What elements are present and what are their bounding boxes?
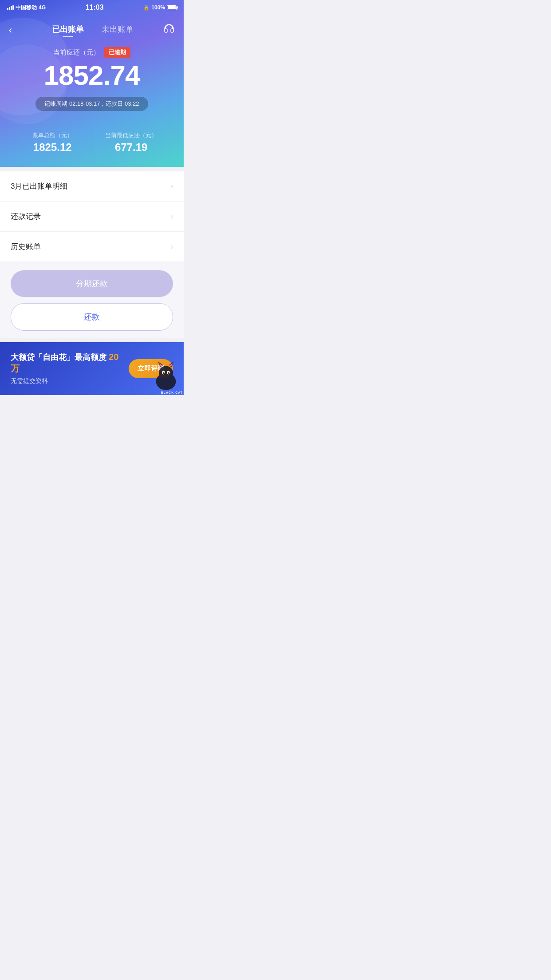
total-bill-label: 账单总额（元）: [13, 131, 92, 139]
banner-main-text: 大额贷「自由花」最高额度 20万: [11, 352, 122, 375]
network-label: 4G: [39, 4, 46, 11]
tab-posted-bills[interactable]: 已出账单: [52, 24, 84, 36]
total-bill-value: 1825.12: [13, 141, 92, 154]
signal-icon: [7, 5, 14, 10]
amount-value: 1852.74: [9, 60, 175, 91]
headset-icon[interactable]: [163, 23, 175, 37]
amount-label: 当前应还（元）: [53, 48, 100, 57]
min-pay-stat: 当前最低应还（元） 677.19: [92, 131, 171, 154]
status-left: 中国移动 4G: [7, 4, 46, 12]
status-bar: 中国移动 4G 11:03 🔒 100%: [0, 0, 184, 13]
banner-text-area: 大额贷「自由花」最高额度 20万 无需提交资料: [11, 352, 122, 385]
monthly-detail-label: 3月已出账单明细: [11, 181, 67, 191]
banner-section: 大额贷「自由花」最高额度 20万 无需提交资料 立即评测 BLACK CAT: [0, 342, 184, 395]
nav-tabs: 已出账单 未出账单: [52, 24, 134, 36]
chevron-right-icon-2: ›: [171, 213, 173, 221]
list-item-monthly-detail[interactable]: 3月已出账单明细 ›: [0, 171, 184, 202]
time-label: 11:03: [86, 4, 104, 12]
stats-row: 账单总额（元） 1825.12 当前最低应还（元） 677.19: [0, 124, 184, 154]
amount-section: 当前应还（元） 已逾期 1852.74 记账周期 02.18-03.17，还款日…: [0, 43, 184, 120]
status-right: 🔒 100%: [143, 4, 177, 11]
svg-point-10: [164, 372, 165, 373]
repay-records-label: 还款记录: [11, 211, 41, 221]
banner-sub-text: 无需提交资料: [11, 377, 122, 385]
list-item-history-bills[interactable]: 历史账单 ›: [0, 232, 184, 261]
list-section: 3月已出账单明细 › 还款记录 › 历史账单 ›: [0, 171, 184, 261]
total-bill-stat: 账单总额（元） 1825.12: [13, 131, 92, 154]
black-cat-label: BLACK CAT: [161, 391, 183, 394]
min-pay-label: 当前最低应还（元）: [92, 131, 171, 139]
svg-point-11: [169, 372, 169, 373]
back-button[interactable]: ‹: [9, 24, 22, 36]
black-cat-watermark: BLACK CAT: [148, 360, 184, 395]
min-pay-value: 677.19: [92, 141, 171, 154]
list-item-repay-records[interactable]: 还款记录 ›: [0, 202, 184, 232]
billing-period: 记账周期 02.18-03.17，还款日 03.22: [35, 97, 148, 111]
svg-point-9: [168, 372, 169, 374]
banner-text-prefix: 大额贷「自由花」最高额度: [11, 353, 109, 362]
battery-icon: [167, 5, 177, 10]
overdue-badge: 已逾期: [104, 47, 130, 58]
amount-label-row: 当前应还（元） 已逾期: [9, 47, 175, 58]
installment-button[interactable]: 分期还款: [11, 270, 173, 297]
battery-percent: 100%: [151, 4, 165, 11]
tab-unposted-bills[interactable]: 未出账单: [102, 24, 134, 36]
chevron-right-icon-3: ›: [171, 243, 173, 251]
repay-button[interactable]: 还款: [11, 303, 173, 331]
svg-point-1: [159, 366, 173, 380]
nav-bar: ‹ 已出账单 未出账单: [0, 20, 184, 43]
lock-icon: 🔒: [143, 5, 150, 11]
carrier-label: 中国移动: [16, 4, 37, 12]
chevron-right-icon: ›: [171, 182, 173, 190]
history-bills-label: 历史账单: [11, 241, 41, 252]
buttons-section: 分期还款 还款: [0, 261, 184, 338]
svg-point-8: [163, 372, 165, 374]
